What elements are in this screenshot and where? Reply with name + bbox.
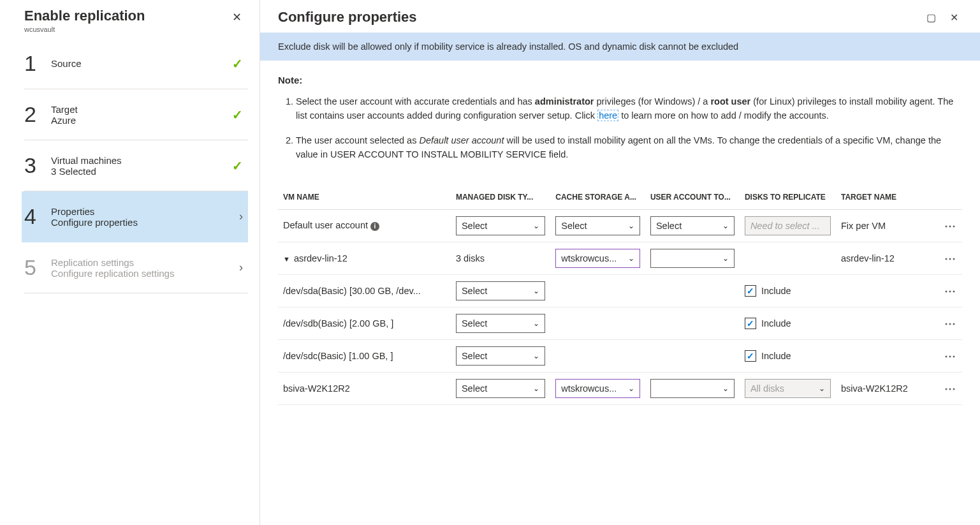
step-label: Target [51,104,232,115]
sidebar-title: Enable replication [24,8,145,24]
sidebar-panel: Enable replication wcusvault ✕ 1 Source … [0,0,260,525]
chevron-right-icon: › [239,261,243,274]
chevron-down-icon: ⌄ [722,221,729,230]
note-heading: Note: [278,75,962,85]
more-actions-icon[interactable]: ⋯ [944,252,957,265]
step-number: 4 [24,204,51,229]
chevron-down-icon: ⌄ [533,286,539,295]
include-label: Include [761,351,791,361]
cell-vm-name: asrdev-lin-12 [294,253,347,263]
step-sublabel: Configure replication settings [51,268,239,279]
col-header-disks-replicate: DISKS TO REPLICATE [740,184,836,210]
step-target[interactable]: 2 Target Azure ✓ [24,89,248,140]
step-sublabel: Azure [51,115,232,126]
check-icon: ✓ [232,158,243,174]
expand-toggle-icon[interactable]: ▼ [283,255,290,263]
chevron-down-icon: ⌄ [722,384,729,393]
col-header-vmname: VM NAME [278,184,451,210]
learn-more-link[interactable]: here [597,110,618,121]
cell-target-name: bsiva-W2K12R2 [836,372,935,404]
user-account-select[interactable]: ⌄ [650,379,735,398]
cell-vm-name: bsiva-W2K12R2 [278,372,451,404]
more-actions-icon[interactable]: ⋯ [944,382,957,395]
note-bold: administrator [535,96,594,107]
cell-disk-name: /dev/sda(Basic) [30.00 GB, /dev... [278,274,451,307]
close-icon[interactable]: ✕ [946,9,962,26]
user-account-select[interactable]: ⌄ [650,249,735,268]
note-item-1: Select the user account with accurate cr… [296,94,962,123]
info-icon[interactable]: i [370,222,379,231]
include-checkbox[interactable]: ✓Include [745,285,831,297]
note-text: Select the user account with accurate cr… [296,96,535,107]
user-account-select[interactable]: Select⌄ [650,216,735,235]
main-panel: Configure properties ▢ ✕ Exclude disk wi… [260,0,980,525]
managed-disk-select[interactable]: Select⌄ [456,379,545,398]
step-sublabel: 3 Selected [51,166,232,177]
chevron-down-icon: ⌄ [722,254,729,263]
row-disk-sdb: /dev/sdb(Basic) [2.00 GB, ] Select⌄ ✓Inc… [278,307,962,339]
chevron-down-icon: ⌄ [819,384,825,393]
step-label: Source [51,58,232,69]
chevron-down-icon: ⌄ [533,351,539,360]
note-bold: root user [710,96,750,107]
chevron-down-icon: ⌄ [628,254,634,263]
step-properties[interactable]: 4 Properties Configure properties › [22,191,248,242]
step-sublabel: Configure properties [51,217,239,228]
step-source[interactable]: 1 Source ✓ [24,38,248,89]
cell-disk-count: 3 disks [451,242,550,274]
row-vm-asrdev-lin-12: ▼asrdev-lin-12 3 disks wtskrowcus...⌄ ⌄ … [278,242,962,274]
cell-label: Default user account [283,220,368,230]
include-label: Include [761,286,791,296]
more-actions-icon[interactable]: ⋯ [944,285,957,297]
col-header-cache-storage: CACHE STORAGE A... [550,184,645,210]
col-header-managed-disk: MANAGED DISK TY... [451,184,550,210]
col-header-target-name: TARGET NAME [836,184,935,210]
managed-disk-select[interactable]: Select⌄ [456,314,545,333]
more-actions-icon[interactable]: ⋯ [944,350,957,362]
include-checkbox[interactable]: ✓Include [745,350,831,362]
step-label: Virtual machines [51,155,232,166]
cache-storage-select[interactable]: Select⌄ [555,216,640,235]
vm-properties-table: VM NAME MANAGED DISK TY... CACHE STORAGE… [278,184,962,405]
managed-disk-select[interactable]: Select⌄ [456,281,545,300]
check-icon: ✓ [232,107,243,122]
cache-storage-select[interactable]: wtskrowcus...⌄ [555,249,640,268]
wizard-steps: 1 Source ✓ 2 Target Azure ✓ 3 Virtual ma… [0,38,260,293]
note-item-2: The user account selected as Default use… [296,133,962,162]
cell-target-name: asrdev-lin-12 [836,242,935,274]
more-actions-icon[interactable]: ⋯ [944,317,957,330]
row-vm-bsiva: bsiva-W2K12R2 Select⌄ wtskrowcus...⌄ ⌄ A… [278,372,962,404]
info-banner: Exclude disk will be allowed only if mob… [260,33,980,61]
disks-replicate-disabled: Need to select ... [745,216,831,235]
col-header-user-account: USER ACCOUNT TO... [645,184,740,210]
notes-section: Note: Select the user account with accur… [260,61,980,177]
check-icon: ✓ [232,56,243,71]
cache-storage-select[interactable]: wtskrowcus...⌄ [555,379,640,398]
step-number: 5 [24,255,51,280]
managed-disk-select[interactable]: Select⌄ [456,346,545,366]
page-title: Configure properties [278,9,417,26]
row-default-user-account: Default user accounti Select⌄ Select⌄ Se… [278,209,962,242]
note-text: The user account selected as [296,135,419,145]
close-sidebar-icon[interactable]: ✕ [227,8,247,27]
disks-replicate-select[interactable]: All disks⌄ [745,379,831,398]
chevron-down-icon: ⌄ [628,384,634,393]
sidebar-subtitle: wcusvault [24,26,145,33]
more-actions-icon[interactable]: ⋯ [944,219,957,232]
maximize-icon[interactable]: ▢ [923,9,940,26]
row-disk-sda: /dev/sda(Basic) [30.00 GB, /dev... Selec… [278,274,962,307]
note-text: to learn more on how to add / modify the… [618,110,829,121]
managed-disk-select[interactable]: Select⌄ [456,216,545,235]
chevron-down-icon: ⌄ [533,384,539,393]
include-checkbox[interactable]: ✓Include [745,318,831,329]
row-disk-sdc: /dev/sdc(Basic) [1.00 GB, ] Select⌄ ✓Inc… [278,339,962,372]
step-label: Replication settings [51,257,239,268]
chevron-down-icon: ⌄ [533,221,539,230]
note-italic: Default user account [419,135,504,145]
chevron-right-icon: › [239,210,243,223]
step-virtual-machines[interactable]: 3 Virtual machines 3 Selected ✓ [24,140,248,191]
include-label: Include [761,318,791,329]
chevron-down-icon: ⌄ [533,319,539,328]
note-text: privileges (for Windows) / a [594,96,710,107]
cell-disk-name: /dev/sdc(Basic) [1.00 GB, ] [278,339,451,372]
